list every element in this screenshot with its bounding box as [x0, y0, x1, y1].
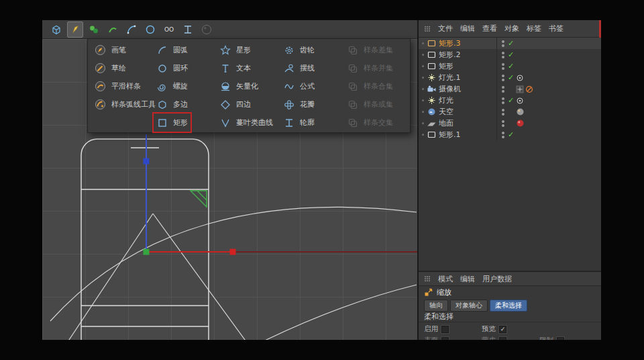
attr-menu-userdata[interactable]: 用户数据	[482, 274, 512, 284]
attr-menu-edit[interactable]: 编辑	[460, 274, 475, 284]
visibility-dots[interactable]	[500, 132, 506, 138]
axis-y-handle[interactable]	[144, 159, 150, 165]
cube-icon[interactable]	[48, 21, 64, 38]
om-menu-view[interactable]: 查看	[482, 24, 497, 34]
om-menu-object[interactable]: 对象	[504, 24, 519, 34]
option-preview[interactable]: 预览 ✓	[482, 324, 539, 334]
om-row-light1[interactable]: 灯光.1 ✓	[419, 72, 601, 83]
om-menu-file[interactable]: 文件	[438, 24, 453, 34]
enable-checkbox[interactable]	[441, 326, 449, 333]
om-row-rect3[interactable]: 矩形.3 ✓	[419, 38, 601, 49]
expand-dot[interactable]	[422, 111, 427, 113]
expand-dot[interactable]	[422, 77, 427, 79]
menu-item-gear[interactable]: 齿轮	[280, 41, 317, 59]
option-surface[interactable]: 表面	[424, 336, 482, 340]
menu-item-cycloid[interactable]: 摆线	[280, 59, 317, 77]
expand-dot[interactable]	[422, 65, 427, 67]
target-tag-icon[interactable]	[516, 74, 524, 82]
tab-axis[interactable]: 轴向	[424, 300, 448, 312]
menu-item-smooth-spline[interactable]: 平滑样条	[92, 77, 158, 95]
enabled-check-icon[interactable]: ✓	[506, 96, 516, 105]
menu-item-spline-or[interactable]: 样条或集	[344, 95, 396, 114]
skin-checkbox[interactable]	[499, 337, 506, 341]
expand-dot[interactable]	[422, 134, 427, 136]
om-menu-bookmark[interactable]: 书签	[549, 24, 564, 34]
visibility-dots[interactable]	[500, 97, 506, 104]
profile-tool-icon[interactable]	[180, 21, 196, 38]
pen-tool-icon[interactable]	[67, 21, 83, 38]
option-restrict[interactable]: 限制	[539, 336, 597, 340]
tag-area[interactable]	[516, 85, 551, 93]
tag-area[interactable]	[516, 74, 551, 82]
om-menu-tag[interactable]: 标签	[527, 24, 541, 34]
option-skin[interactable]: 蒙皮	[482, 336, 539, 340]
menu-item-pen[interactable]: 画笔	[92, 41, 158, 59]
om-row-rect[interactable]: 矩形 ✓	[419, 60, 601, 72]
om-row-camera[interactable]: 摄像机	[419, 83, 601, 95]
enabled-check-icon[interactable]: ✓	[506, 50, 516, 59]
visibility-dots[interactable]	[500, 120, 506, 127]
visibility-dots[interactable]	[500, 63, 506, 70]
sketch-tool-icon[interactable]	[86, 21, 102, 38]
menu-item-ngon[interactable]: 多边	[154, 95, 191, 114]
om-menu-edit[interactable]: 编辑	[460, 24, 475, 34]
tag-area[interactable]	[516, 97, 551, 105]
tab-object-axis[interactable]: 对象轴心	[450, 300, 488, 312]
menu-item-formula[interactable]: 公式	[280, 77, 317, 95]
menu-item-flower[interactable]: 花瓣	[280, 95, 317, 114]
preview-checkbox[interactable]: ✓	[499, 326, 506, 333]
sphere-tool-icon[interactable]	[199, 21, 215, 38]
menu-item-rectangle[interactable]: 矩形	[154, 114, 191, 132]
spline-arc-icon[interactable]	[123, 21, 140, 38]
enabled-check-icon[interactable]: ✓	[506, 130, 516, 139]
menu-item-spline-union[interactable]: 样条并集	[344, 59, 396, 77]
expand-dot[interactable]	[422, 99, 427, 101]
expand-dot[interactable]	[422, 88, 427, 90]
menu-item-profile[interactable]: 轮廓	[280, 114, 317, 132]
menu-item-helix[interactable]: 螺旋	[154, 77, 191, 95]
expand-dot[interactable]	[422, 54, 427, 56]
menu-item-spline-and[interactable]: 样条合集	[344, 77, 396, 95]
oo-icon[interactable]: OO	[161, 21, 177, 38]
enabled-check-icon[interactable]: ✓	[506, 73, 516, 82]
expand-dot[interactable]	[422, 42, 427, 44]
tag-area[interactable]	[516, 119, 551, 128]
forbidden-tag-icon[interactable]	[525, 85, 533, 93]
smooth-tool-icon[interactable]	[105, 21, 121, 38]
expand-dot[interactable]	[422, 122, 427, 124]
om-row-sky[interactable]: 天空	[419, 106, 601, 118]
menu-item-arc[interactable]: 圆弧	[154, 41, 191, 59]
visibility-dots[interactable]	[500, 52, 506, 58]
surface-checkbox[interactable]	[441, 337, 449, 341]
menu-item-circle[interactable]: 圆环	[154, 59, 191, 77]
texture-tag-icon[interactable]	[516, 107, 525, 116]
enabled-check-icon[interactable]: ✓	[506, 39, 516, 48]
option-enable[interactable]: 启用	[424, 324, 482, 334]
target-tag-icon[interactable]	[516, 97, 524, 105]
visibility-dots[interactable]	[500, 109, 506, 116]
attr-menu-mode[interactable]: 模式	[438, 274, 453, 284]
menu-item-sketch[interactable]: 草绘	[92, 59, 158, 77]
visibility-dots[interactable]	[500, 40, 506, 47]
menu-item-vectorizer[interactable]: 矢量化	[217, 77, 276, 95]
visibility-dots[interactable]	[500, 86, 506, 93]
restrict-checkbox[interactable]	[557, 337, 564, 341]
tag-area[interactable]	[516, 107, 551, 116]
menu-item-foursided[interactable]: 四边	[217, 95, 276, 114]
texture-tag-icon-red[interactable]	[516, 119, 525, 128]
menu-item-spline-intersect[interactable]: 样条交集	[344, 114, 396, 132]
menu-item-spline-arc-tool[interactable]: 样条弧线工具	[92, 95, 158, 114]
menu-item-cissoid[interactable]: 蔓叶类曲线	[217, 114, 276, 132]
om-row-rect2[interactable]: 矩形.2 ✓	[419, 49, 601, 60]
menu-item-star[interactable]: 星形	[217, 41, 276, 59]
om-row-floor[interactable]: 地面	[419, 118, 601, 129]
visibility-dots[interactable]	[500, 75, 506, 81]
tab-soft-selection[interactable]: 柔和选择	[490, 300, 527, 312]
origin-handle[interactable]	[144, 249, 150, 255]
menu-item-spline-difference[interactable]: 样条差集	[344, 41, 396, 59]
menu-item-text[interactable]: 文本	[217, 59, 276, 77]
crosshair-tag-icon[interactable]	[516, 85, 524, 93]
axis-x-handle[interactable]	[230, 249, 236, 255]
spline-circle-icon[interactable]	[142, 21, 158, 38]
soft-selection-section-title[interactable]: 柔和选择	[419, 312, 601, 322]
